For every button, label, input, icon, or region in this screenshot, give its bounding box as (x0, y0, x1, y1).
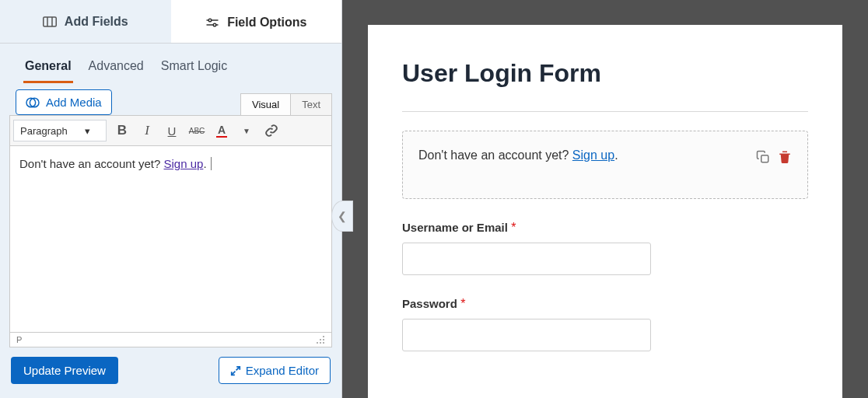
editor-tab-visual[interactable]: Visual (240, 93, 291, 115)
text-color-button[interactable]: A (209, 118, 234, 143)
required-mark: * (511, 221, 516, 234)
signup-link[interactable]: Sign up (572, 148, 614, 162)
svg-point-6 (213, 23, 216, 26)
left-panel: Add Fields Field Options General Advance… (0, 0, 342, 398)
format-select[interactable]: Paragraph ▾ (13, 120, 107, 141)
username-input[interactable] (402, 243, 651, 275)
editor-path-bar: P (9, 333, 332, 347)
svg-point-14 (323, 342, 324, 344)
chevron-left-icon: ❮ (338, 210, 347, 222)
format-label: Paragraph (20, 125, 68, 137)
insert-link-button[interactable] (259, 118, 284, 143)
editor-actions: Update Preview Expand Editor (0, 347, 341, 393)
block-actions (756, 150, 792, 164)
svg-point-12 (317, 342, 318, 344)
media-icon (26, 96, 40, 109)
main-tabs: Add Fields Field Options (0, 0, 341, 44)
svg-point-10 (320, 339, 321, 340)
field-password: Password * (402, 297, 808, 351)
svg-point-13 (320, 342, 321, 344)
sub-tabs: General Advanced Smart Logic (0, 44, 341, 83)
add-media-label: Add Media (46, 96, 102, 109)
editor-mode-tabs: Visual Text (241, 93, 332, 115)
content-editor[interactable]: Don't have an account yet? Sign up. (9, 146, 332, 333)
field-label: Username or Email (402, 221, 508, 234)
editor-text-suffix: . (203, 157, 206, 170)
rte-toolbar: Paragraph ▾ B I U ABC A ▼ (9, 115, 332, 146)
tab-label: Field Options (227, 16, 306, 30)
tab-label: Add Fields (65, 15, 128, 29)
svg-point-9 (323, 336, 324, 337)
subtab-smart-logic[interactable]: Smart Logic (159, 54, 229, 83)
html-text: Don't have an account yet? (418, 148, 572, 162)
expand-editor-button[interactable]: Expand Editor (219, 357, 331, 384)
expand-icon (230, 365, 241, 376)
text-cursor (208, 157, 212, 170)
settings-icon (205, 17, 219, 28)
editor-path: P (16, 335, 22, 344)
expand-label: Expand Editor (246, 364, 319, 377)
password-input[interactable] (402, 319, 651, 351)
chevron-down-icon: ▾ (85, 125, 90, 137)
add-media-button[interactable]: Add Media (16, 89, 112, 115)
svg-point-4 (208, 19, 212, 22)
form-preview: User Login Form Don't have an account ye… (368, 25, 842, 398)
tab-field-options[interactable]: Field Options (171, 0, 342, 44)
editor-text: Don't have an account yet? (19, 157, 164, 170)
duplicate-icon[interactable] (756, 150, 770, 164)
subtab-advanced[interactable]: Advanced (87, 54, 145, 83)
delete-icon[interactable] (778, 150, 792, 164)
html-field-block[interactable]: Don't have an account yet? Sign up. (402, 131, 808, 199)
field-label: Password (402, 297, 457, 310)
svg-rect-15 (761, 155, 768, 162)
field-username: Username or Email * (402, 221, 808, 275)
svg-point-11 (323, 339, 324, 340)
panel-collapse-handle[interactable]: ❮ (331, 201, 353, 232)
form-title: User Login Form (402, 59, 808, 88)
bold-button[interactable]: B (110, 118, 135, 143)
preview-area: ❮ User Login Form Don't have an account … (342, 0, 868, 398)
italic-button[interactable]: I (135, 118, 159, 143)
underline-button[interactable]: U (159, 118, 184, 143)
required-mark: * (460, 297, 465, 310)
strikethrough-button[interactable]: ABC (184, 118, 209, 143)
update-preview-button[interactable]: Update Preview (11, 357, 118, 384)
editor-tab-text[interactable]: Text (290, 93, 332, 115)
resize-grip-icon[interactable] (316, 335, 325, 344)
sliders-icon (43, 16, 57, 27)
tab-add-fields[interactable]: Add Fields (0, 0, 171, 44)
html-field-content: Don't have an account yet? Sign up. (418, 148, 618, 164)
editor-link[interactable]: Sign up (164, 157, 204, 170)
html-text-suffix: . (614, 148, 618, 162)
text-color-menu-button[interactable]: ▼ (234, 118, 259, 143)
divider (402, 111, 808, 112)
subtab-general[interactable]: General (23, 54, 73, 83)
svg-rect-0 (44, 17, 57, 26)
